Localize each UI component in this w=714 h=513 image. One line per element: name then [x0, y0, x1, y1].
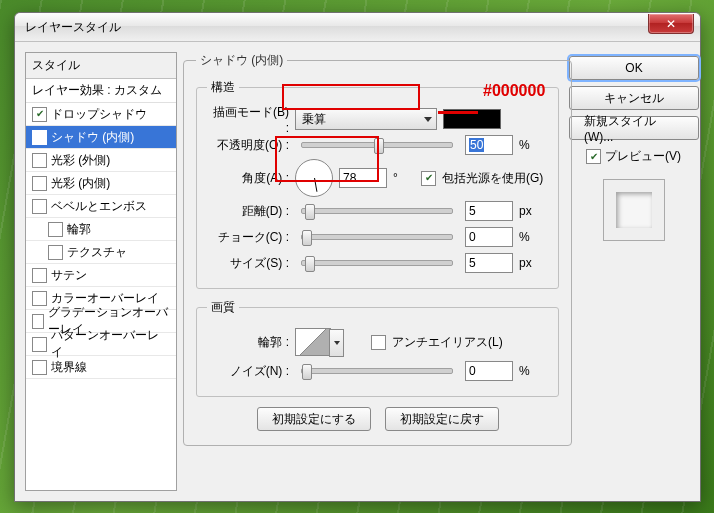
noise-field[interactable]: 0 — [465, 361, 513, 381]
preview-box — [603, 179, 665, 241]
style-item-label: サテン — [51, 267, 87, 284]
style-item-inner-shadow[interactable]: シャドウ (内側) — [26, 126, 176, 149]
noise-slider[interactable] — [301, 368, 453, 374]
checkbox-icon[interactable] — [32, 176, 47, 191]
style-item-label: ベベルとエンボス — [51, 198, 147, 215]
style-list: スタイル レイヤー効果 : カスタム ドロップシャドウ シャドウ (内側) 光彩… — [25, 52, 177, 491]
checkbox-icon[interactable] — [32, 153, 47, 168]
reset-default-button[interactable]: 初期設定に戻す — [385, 407, 499, 431]
slider-thumb-icon[interactable] — [302, 364, 312, 380]
choke-slider[interactable] — [301, 234, 453, 240]
distance-slider[interactable] — [301, 208, 453, 214]
style-item-label: 境界線 — [51, 359, 87, 376]
panel-title: シャドウ (内側) — [196, 52, 287, 69]
opacity-unit: % — [519, 138, 541, 152]
blend-mode-select[interactable]: 乗算 — [295, 108, 437, 130]
angle-dial[interactable] — [295, 159, 333, 197]
opacity-label: 不透明度(O) : — [207, 137, 289, 154]
structure-legend: 構造 — [207, 79, 239, 96]
size-label: サイズ(S) : — [207, 255, 289, 272]
checkbox-icon[interactable] — [32, 268, 47, 283]
antialias-label: アンチエイリアス(L) — [392, 334, 503, 351]
contour-dropdown[interactable] — [329, 329, 344, 357]
checkbox-icon[interactable] — [32, 314, 44, 329]
size-unit: px — [519, 256, 541, 270]
size-slider[interactable] — [301, 260, 453, 266]
ok-button[interactable]: OK — [569, 56, 699, 80]
choke-label: チョーク(C) : — [207, 229, 289, 246]
noise-unit: % — [519, 364, 541, 378]
layer-style-dialog: レイヤースタイル ✕ スタイル レイヤー効果 : カスタム ドロップシャドウ シ… — [14, 12, 701, 502]
style-item-outer-glow[interactable]: 光彩 (外側) — [26, 149, 176, 172]
window-title: レイヤースタイル — [25, 19, 121, 36]
quality-legend: 画質 — [207, 299, 239, 316]
chevron-down-icon — [424, 117, 432, 122]
opacity-slider[interactable] — [301, 142, 453, 148]
layer-effects-subhead[interactable]: レイヤー効果 : カスタム — [26, 79, 176, 103]
make-default-button[interactable]: 初期設定にする — [257, 407, 371, 431]
slider-thumb-icon[interactable] — [305, 204, 315, 220]
checkbox-icon[interactable] — [32, 199, 47, 214]
style-item-label: シャドウ (内側) — [51, 129, 134, 146]
blend-mode-value: 乗算 — [302, 111, 326, 128]
checkbox-icon[interactable] — [32, 130, 47, 145]
antialias-checkbox[interactable] — [371, 335, 386, 350]
angle-unit: ° — [393, 171, 415, 185]
close-icon: ✕ — [666, 17, 676, 31]
right-column: OK キャンセル 新規スタイル(W)... プレビュー(V) — [578, 52, 690, 491]
style-item-stroke[interactable]: 境界線 — [26, 356, 176, 379]
quality-group: 画質 輪郭 : アンチエイリアス(L) ノイズ(N) : — [196, 299, 559, 397]
choke-unit: % — [519, 230, 541, 244]
distance-label: 距離(D) : — [207, 203, 289, 220]
choke-field[interactable]: 0 — [465, 227, 513, 247]
slider-thumb-icon[interactable] — [305, 256, 315, 272]
contour-label: 輪郭 : — [207, 334, 289, 351]
style-list-header: スタイル — [26, 53, 176, 79]
style-item-label: テクスチャ — [67, 244, 127, 261]
global-light-checkbox[interactable] — [421, 171, 436, 186]
style-item-bevel-emboss[interactable]: ベベルとエンボス — [26, 195, 176, 218]
style-item-inner-glow[interactable]: 光彩 (内側) — [26, 172, 176, 195]
style-item-label: 光彩 (内側) — [51, 175, 110, 192]
style-item-pattern-overlay[interactable]: パターンオーバーレイ — [26, 333, 176, 356]
slider-thumb-icon[interactable] — [302, 230, 312, 246]
shadow-panel: シャドウ (内側) 構造 描画モード(B) : 乗算 不透明度(O) : — [183, 52, 572, 446]
contour-picker[interactable] — [295, 328, 331, 356]
angle-field[interactable]: 78 — [339, 168, 387, 188]
size-field[interactable]: 5 — [465, 253, 513, 273]
checkbox-icon[interactable] — [32, 337, 47, 352]
style-item-drop-shadow[interactable]: ドロップシャドウ — [26, 103, 176, 126]
preview-label: プレビュー(V) — [605, 148, 681, 165]
distance-field[interactable]: 5 — [465, 201, 513, 221]
style-item-contour[interactable]: 輪郭 — [26, 218, 176, 241]
style-item-texture[interactable]: テクスチャ — [26, 241, 176, 264]
checkbox-icon[interactable] — [48, 222, 63, 237]
global-light-label: 包括光源を使用(G) — [442, 170, 543, 187]
style-item-label: 輪郭 — [67, 221, 91, 238]
new-style-button[interactable]: 新規スタイル(W)... — [569, 116, 699, 140]
distance-unit: px — [519, 204, 541, 218]
angle-label: 角度(A) : — [207, 170, 289, 187]
close-button[interactable]: ✕ — [648, 14, 694, 34]
noise-label: ノイズ(N) : — [207, 363, 289, 380]
color-swatch[interactable] — [443, 109, 501, 129]
titlebar[interactable]: レイヤースタイル ✕ — [15, 13, 700, 42]
style-item-label: ドロップシャドウ — [51, 106, 147, 123]
blend-mode-label: 描画モード(B) : — [207, 104, 289, 135]
opacity-field[interactable]: 50 — [465, 135, 513, 155]
checkbox-icon[interactable] — [32, 291, 47, 306]
structure-group: 構造 描画モード(B) : 乗算 不透明度(O) : — [196, 79, 559, 289]
style-item-satin[interactable]: サテン — [26, 264, 176, 287]
preview-checkbox[interactable] — [586, 149, 601, 164]
style-item-label: 光彩 (外側) — [51, 152, 110, 169]
preview-swatch — [616, 192, 652, 228]
checkbox-icon[interactable] — [32, 107, 47, 122]
checkbox-icon[interactable] — [48, 245, 63, 260]
chevron-down-icon — [334, 341, 340, 345]
cancel-button[interactable]: キャンセル — [569, 86, 699, 110]
checkbox-icon[interactable] — [32, 360, 47, 375]
slider-thumb-icon[interactable] — [374, 138, 384, 154]
